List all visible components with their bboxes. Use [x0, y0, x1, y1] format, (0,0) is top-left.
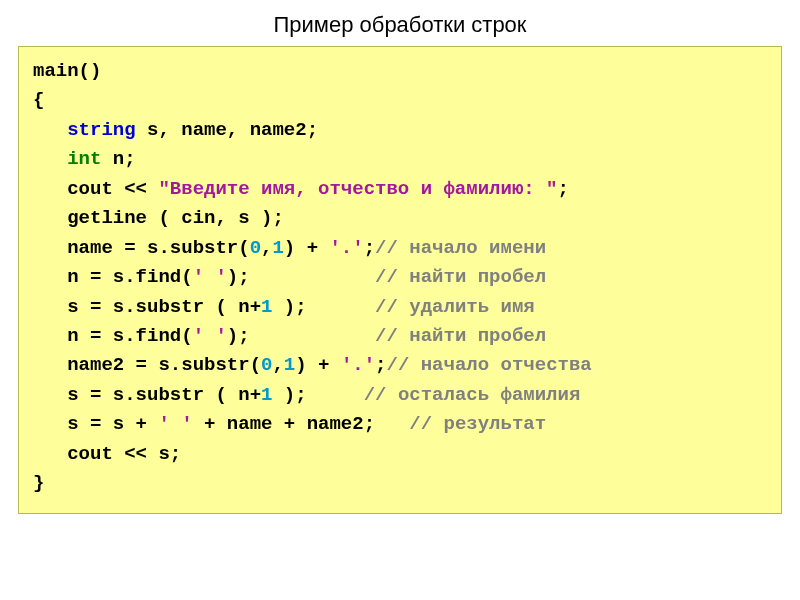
code-text: n;	[101, 148, 135, 170]
code-line: cout << s;	[33, 443, 181, 465]
code-text: ,	[261, 237, 272, 259]
code-text: s, name, name2;	[136, 119, 318, 141]
comment: // начало имени	[375, 237, 546, 259]
code-text: ) +	[284, 237, 330, 259]
slide-title: Пример обработки строк	[0, 12, 800, 38]
code-text: );	[227, 325, 375, 347]
comment: // найти пробел	[375, 266, 546, 288]
number-literal: 1	[261, 296, 272, 318]
char-literal: ' '	[193, 325, 227, 347]
code-text: ,	[272, 354, 283, 376]
code-text: ;	[375, 354, 386, 376]
code-text: ;	[364, 237, 375, 259]
code-text: cout <<	[33, 178, 158, 200]
comment: // начало отчества	[387, 354, 592, 376]
code-line: getline ( cin, s );	[33, 207, 284, 229]
code-text: name = s.substr(	[33, 237, 250, 259]
number-literal: 1	[261, 384, 272, 406]
keyword-string: string	[67, 119, 135, 141]
code-text: ) +	[295, 354, 341, 376]
char-literal: ' '	[193, 266, 227, 288]
char-literal: ' '	[158, 413, 192, 435]
code-text: ;	[558, 178, 569, 200]
code-text: s = s.substr ( n+	[33, 296, 261, 318]
code-text: s = s.substr ( n+	[33, 384, 261, 406]
code-text: n = s.find(	[33, 325, 193, 347]
code-block: main() { string s, name, name2; int n; c…	[18, 46, 782, 514]
number-literal: 1	[272, 237, 283, 259]
keyword-int: int	[67, 148, 101, 170]
code-line: }	[33, 472, 44, 494]
number-literal: 0	[261, 354, 272, 376]
code-line: {	[33, 89, 44, 111]
string-literal: "Введите имя, отчество и фамилию: "	[158, 178, 557, 200]
comment: // осталась фамилия	[364, 384, 581, 406]
code-text: );	[272, 296, 375, 318]
code-text: );	[227, 266, 375, 288]
code-text: s = s +	[33, 413, 158, 435]
code-text: );	[272, 384, 363, 406]
comment: // найти пробел	[375, 325, 546, 347]
char-literal: '.'	[329, 237, 363, 259]
code-text: + name + name2;	[193, 413, 410, 435]
comment: // результат	[409, 413, 546, 435]
number-literal: 1	[284, 354, 295, 376]
code-text: name2 = s.substr(	[33, 354, 261, 376]
char-literal: '.'	[341, 354, 375, 376]
comment: // удалить имя	[375, 296, 535, 318]
code-line: main()	[33, 60, 101, 82]
code-text: n = s.find(	[33, 266, 193, 288]
number-literal: 0	[250, 237, 261, 259]
